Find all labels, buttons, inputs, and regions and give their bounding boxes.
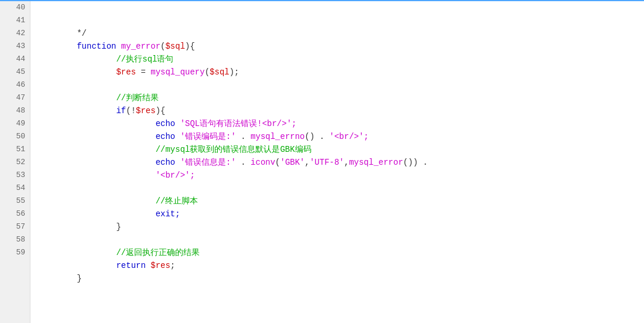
line-number: 52 bbox=[5, 156, 25, 169]
str-sq-token: 'UTF-8' bbox=[310, 158, 344, 167]
plain-token bbox=[37, 42, 77, 51]
plain-token bbox=[146, 261, 150, 270]
str-sq-token: '<br/>'; bbox=[330, 132, 369, 141]
plain-token bbox=[37, 119, 156, 128]
plain-token bbox=[37, 171, 156, 180]
str-sq-token: '错误信息是:' bbox=[180, 158, 236, 167]
plain-token: } bbox=[77, 274, 81, 283]
plain-token: ; bbox=[170, 261, 175, 270]
code-line: //返回执行正确的结果 bbox=[37, 246, 644, 259]
code-line bbox=[37, 79, 644, 91]
code-line: //终止脚本 bbox=[37, 195, 644, 208]
func-name-token: mysql_error bbox=[349, 158, 403, 167]
plain-token: . bbox=[236, 158, 251, 167]
plain-token: } bbox=[116, 222, 121, 232]
line-number: 43 bbox=[5, 40, 25, 53]
plain-token: ( bbox=[205, 67, 210, 77]
var-token: $res bbox=[116, 67, 136, 77]
code-editor: 4041424344454647484950515253545556575859… bbox=[0, 0, 644, 323]
comment-token: //mysql获取到的错误信息默认是GBK编码 bbox=[156, 145, 311, 154]
plain-token bbox=[37, 222, 116, 232]
line-number: 55 bbox=[5, 195, 25, 208]
line-number: 41 bbox=[5, 14, 25, 27]
plain-token bbox=[37, 145, 156, 154]
echo-kw-token: echo bbox=[156, 158, 176, 167]
comment-token: //返回执行正确的结果 bbox=[116, 248, 200, 257]
var-token: $sql bbox=[210, 67, 229, 77]
plain-token bbox=[37, 261, 116, 270]
var-token: $res bbox=[136, 106, 156, 115]
plain-token bbox=[175, 158, 180, 167]
plain-token bbox=[37, 132, 156, 141]
echo-kw-token: echo bbox=[156, 132, 176, 141]
plain-token bbox=[37, 209, 156, 219]
code-line: //判断结果 bbox=[37, 91, 644, 104]
plain-token bbox=[37, 158, 156, 167]
comment-token: //执行sql语句 bbox=[116, 55, 173, 64]
code-line: //mysql获取到的错误信息默认是GBK编码 bbox=[37, 143, 644, 156]
plain-token bbox=[37, 274, 77, 283]
str-sq-token: '<br/>'; bbox=[156, 171, 195, 180]
code-line: '<br/>'; bbox=[37, 169, 644, 182]
plain-token: () . bbox=[305, 132, 330, 141]
plain-token bbox=[175, 132, 180, 141]
line-number: 45 bbox=[5, 66, 25, 79]
plain-token bbox=[37, 67, 116, 77]
code-line: echo '错误信息是:' . iconv('GBK','UTF-8',mysq… bbox=[37, 156, 644, 169]
code-line bbox=[37, 182, 644, 195]
line-number: 44 bbox=[5, 53, 25, 66]
plain-token: */ bbox=[37, 29, 87, 38]
plain-token: , bbox=[305, 158, 310, 167]
code-line: echo '错误编码是:' . mysql_errno() . '<br/>'; bbox=[37, 130, 644, 143]
code-content[interactable]: */ function my_error($sql){ //执行sql语句 $r… bbox=[30, 1, 644, 323]
code-line: */ bbox=[37, 27, 644, 40]
plain-token bbox=[37, 106, 116, 115]
code-line: echo 'SQL语句有语法错误!<br/>'; bbox=[37, 117, 644, 130]
plain-token: ){ bbox=[185, 42, 195, 51]
code-line: //执行sql语句 bbox=[37, 53, 644, 66]
plain-token bbox=[37, 93, 116, 103]
line-number: 51 bbox=[5, 143, 25, 156]
if-kw-token: if bbox=[116, 106, 126, 115]
plain-token: . bbox=[236, 132, 251, 141]
code-line: } bbox=[37, 220, 644, 233]
plain-token bbox=[37, 196, 156, 206]
line-number: 40 bbox=[5, 1, 25, 14]
line-number: 56 bbox=[5, 208, 25, 220]
func-name-token: iconv bbox=[251, 158, 275, 167]
code-line: $res = mysql_query($sql); bbox=[37, 66, 644, 79]
comment-token: //判断结果 bbox=[116, 93, 159, 103]
func-name-token: my_error bbox=[121, 42, 160, 51]
var-token: $sql bbox=[165, 42, 185, 51]
line-number: 54 bbox=[5, 182, 25, 195]
comment-token: //终止脚本 bbox=[156, 196, 198, 206]
line-number: 48 bbox=[5, 104, 25, 117]
plain-token bbox=[37, 248, 116, 257]
str-sq-token: 'GBK' bbox=[280, 158, 305, 167]
line-numbers: 4041424344454647484950515253545556575859 bbox=[0, 1, 30, 323]
code-line bbox=[37, 233, 644, 246]
plain-token: , bbox=[344, 158, 349, 167]
code-line: return $res; bbox=[37, 259, 644, 272]
var-token: $res bbox=[150, 261, 170, 270]
exit-kw-token: exit; bbox=[156, 209, 180, 219]
line-number: 53 bbox=[5, 169, 25, 182]
return-kw-token: return bbox=[116, 261, 145, 270]
fn-token: function bbox=[77, 42, 116, 51]
code-line: if(!$res){ bbox=[37, 104, 644, 117]
line-number: 59 bbox=[5, 246, 25, 259]
line-number: 42 bbox=[5, 27, 25, 40]
plain-token: = bbox=[136, 67, 150, 77]
plain-token: ( bbox=[275, 158, 280, 167]
func-name-token: mysql_query bbox=[150, 67, 204, 77]
str-sq-token: '错误编码是:' bbox=[180, 132, 236, 141]
echo-kw-token: echo bbox=[156, 119, 176, 128]
code-line: } bbox=[37, 272, 644, 285]
plain-token: (! bbox=[126, 106, 136, 115]
plain-token: ()) . bbox=[403, 158, 428, 167]
line-number: 47 bbox=[5, 91, 25, 104]
line-number: 49 bbox=[5, 117, 25, 130]
code-line: function my_error($sql){ bbox=[37, 40, 644, 53]
line-number: 57 bbox=[5, 220, 25, 233]
plain-token: ); bbox=[229, 67, 239, 77]
